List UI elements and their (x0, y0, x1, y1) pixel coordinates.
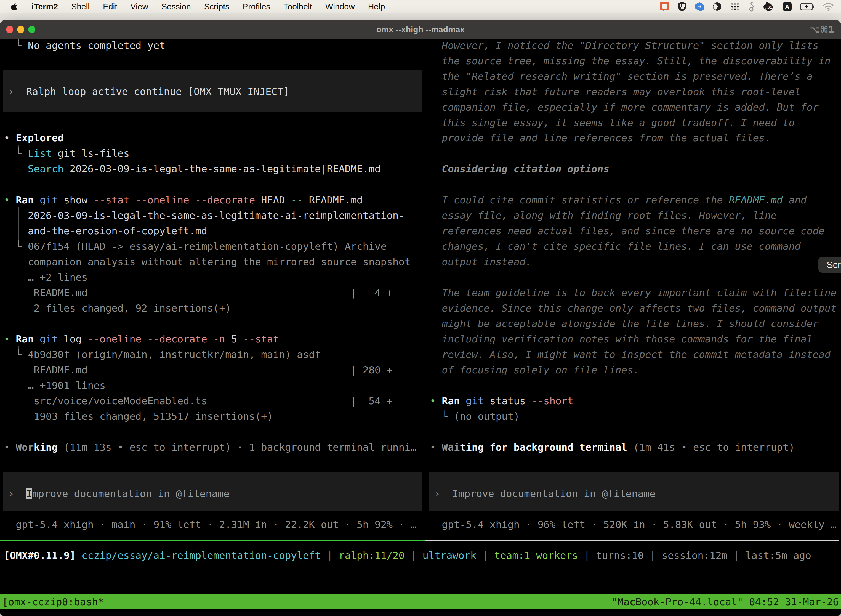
text-segment (4, 163, 28, 175)
text-segment: --oneline --decorate (82, 333, 207, 345)
text-segment: gpt-5.4 xhigh · 96% left · 520K in · 5.8… (430, 519, 837, 530)
thinking-para2-line2: essay file, along with finding root file… (430, 208, 777, 223)
git-log-output-1: └ 4b9d30f (origin/main, instructkr/main,… (4, 347, 321, 362)
text-segment: turns:10 (596, 550, 644, 561)
git-log-stat-readme: README.md | 280 + (4, 362, 393, 378)
shield-grid-icon[interactable] (678, 1, 687, 12)
text-segment: └ (no output) (430, 411, 520, 422)
text-segment: Considering citation options (430, 163, 609, 175)
thinking-para3-line4: including verification notes with those … (430, 331, 813, 347)
text-segment: companion analysis without altering the … (4, 256, 410, 267)
apple-menu[interactable] (0, 3, 25, 11)
text-segment: I (26, 488, 32, 499)
battery-icon[interactable] (800, 3, 815, 11)
squiggle-icon[interactable] (748, 1, 755, 12)
wifi-icon[interactable] (823, 2, 834, 11)
text-segment (76, 550, 82, 561)
text-segment: (11m 13s • esc to interrupt) · 1 backgro… (58, 441, 416, 453)
menu-item-window[interactable]: Window (319, 2, 362, 11)
apple-icon (10, 3, 18, 11)
text-segment: changes, I can't cite specific file line… (430, 241, 801, 252)
left-prompt-line: › Improve documentation in @filename (8, 486, 230, 502)
screen-share-overlay[interactable]: Scre (818, 257, 841, 273)
explored-list-line: └ List git ls-files (4, 146, 129, 161)
text-segment: mprove documentation in @filename (32, 488, 230, 499)
left-model-status-line: gpt-5.4 xhigh · main · 91% left · 2.31M … (4, 517, 417, 532)
text-segment: … +1901 lines (4, 380, 105, 391)
pane-divider[interactable] (425, 39, 425, 540)
battery-percent-badge-icon[interactable]: ..61 (763, 1, 774, 12)
tmux-host-clock: "MacBook-Pro-44.local" 04:52 31-Mar-26 (611, 594, 839, 609)
git-show-stat-readme: README.md | 4 + (4, 285, 393, 301)
text-segment: output instead. (430, 256, 532, 267)
text-segment: • (4, 132, 16, 144)
text-segment: show (58, 194, 88, 205)
explored-search-line: Search 2026-03-09-is-legal-the-same-as-l… (4, 161, 381, 177)
thinking-para1-line3: the "Related research writing" section i… (430, 69, 813, 84)
ralph-loop-line: › Ralph loop active continue [OMX_TMUX_I… (8, 84, 289, 99)
git-log-stat-voice: src/voice/voiceModeEnabled.ts | 54 + (4, 393, 393, 409)
tab-shortcut-badge: ⌥⌘1 (810, 24, 834, 35)
thinking-para2-line3: references need actual files, and since … (430, 223, 825, 239)
thinking-para1-line4: slight risk that future readers may over… (430, 84, 801, 100)
waiting-status-line: • Waiting for background terminal (1m 41… (430, 440, 795, 455)
text-segment: status (484, 395, 526, 406)
text-segment: evidence. Since this change only affects… (430, 302, 837, 314)
text-segment: Improve documentation in @filename (452, 488, 656, 499)
menu-item-view[interactable]: View (124, 2, 155, 11)
dots-grid-icon[interactable] (730, 2, 740, 11)
iterm2-window: omx --xhigh --madmax ⌥⌘1 [omx-cczip0:bas… (0, 20, 841, 616)
menu-item-shell[interactable]: Shell (64, 2, 96, 11)
chat-app-icon[interactable] (660, 1, 670, 12)
right-prompt-line: › Improve documentation in @filename (434, 486, 656, 502)
window-title-bar[interactable]: omx --xhigh --madmax ⌥⌘1 (0, 20, 841, 39)
text-segment: 5 (225, 333, 237, 345)
text-segment: of focusing solely on file lines. (430, 364, 639, 375)
text-segment: ralph:11/20 (339, 550, 404, 561)
menu-item-toolbelt[interactable]: Toolbelt (277, 2, 319, 11)
text-segment: 1903 files changed, 513517 insertions(+) (4, 411, 273, 422)
text-segment: • (430, 441, 442, 453)
menu-item-iterm2[interactable]: iTerm2 (25, 2, 64, 11)
text-segment: (1m 41s • esc to interrupt) (627, 441, 795, 453)
menu-item-help[interactable]: Help (362, 2, 392, 11)
text-segment: However, I noticed the "Directory Struct… (430, 40, 819, 51)
menu-item-edit[interactable]: Edit (96, 2, 124, 11)
dark-disc-icon[interactable] (712, 2, 722, 11)
input-source-icon[interactable]: A (782, 2, 792, 11)
text-segment: No agents completed yet (28, 40, 166, 51)
tmux-status-bar: [omx-cczip0:bash* "MacBook-Pro-44.local"… (0, 594, 841, 609)
text-segment: --stat --oneline --decorate (88, 194, 255, 205)
text-segment: HEAD (255, 194, 285, 205)
text-segment: … +2 lines (4, 271, 88, 283)
menu-item-scripts[interactable]: Scripts (198, 2, 236, 11)
text-segment: -n (207, 333, 225, 345)
text-segment: └ 067f154 (HEAD -> essay/ai-reimplementa… (4, 241, 387, 252)
right-model-status-line: gpt-5.4 xhigh · 96% left · 520K in · 5.8… (430, 517, 837, 532)
menu-item-session[interactable]: Session (155, 2, 198, 11)
text-segment: | (321, 550, 339, 561)
screen: { "palette": { "menubar_bg": "#f0eee7", … (0, 0, 841, 616)
thinking-para1-line7: provide file and line references from th… (430, 130, 771, 146)
text-segment: gpt-5.4 xhigh · main · 91% left · 2.31M … (4, 519, 417, 530)
text-segment: README.md (303, 194, 363, 205)
thinking-para3-line3: might be acceptable alongside the file l… (430, 316, 819, 331)
thinking-para1-line2: the source tree, missing the essay. Stil… (430, 53, 831, 69)
text-segment: └ 4b9d30f (origin/main, instructkr/main,… (4, 349, 321, 360)
text-segment: › (8, 86, 26, 97)
text-segment: | (578, 550, 596, 561)
text-segment: └ (4, 40, 28, 51)
git-show-output-2: companion analysis without altering the … (4, 254, 410, 270)
right-pane-bottom-border (425, 540, 839, 541)
blue-badge-icon[interactable] (695, 2, 704, 11)
text-segment: might be acceptable alongside the file l… (430, 318, 819, 329)
text-segment: | (476, 550, 494, 561)
thinking-para2-line1: I could cite commit statistics or refere… (430, 192, 806, 208)
git-status-output: └ (no output) (430, 409, 520, 424)
explored-header: • Explored (4, 130, 64, 146)
terminal-content[interactable]: [omx-cczip0:bash* "MacBook-Pro-44.local"… (0, 39, 841, 616)
text-segment (34, 333, 40, 345)
menu-item-profiles[interactable]: Profiles (236, 2, 277, 11)
agents-status-line: └ No agents completed yet (4, 38, 165, 53)
text-segment: git (466, 395, 484, 406)
